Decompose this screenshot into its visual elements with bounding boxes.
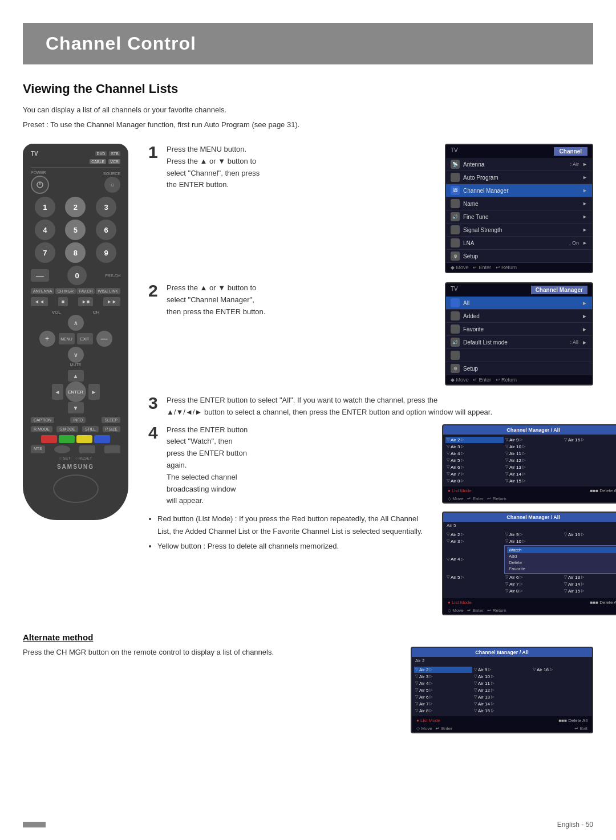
smode-button[interactable]: S.MODE — [56, 426, 78, 432]
ch-list-mode-btn-alt[interactable]: ● List Mode — [416, 718, 440, 723]
extra-buttons: MTS — [31, 445, 120, 453]
ch-list-mode-btn[interactable]: ● List Mode — [448, 488, 472, 493]
step-2-container: 2 Press the ▲ or ▼ button to select "Cha… — [148, 282, 593, 390]
step-4-block: 4 Press the ENTER button select "Watch",… — [148, 424, 433, 508]
num-5-button[interactable]: 5 — [65, 220, 86, 240]
ch2-empty1 — [563, 538, 616, 545]
rmode-button[interactable]: R.MODE — [31, 426, 52, 432]
wise-link-button[interactable]: WISE LINK — [96, 288, 120, 294]
ch-alt-empty2 — [532, 680, 590, 687]
intro-text-1: You can display a list of all channels o… — [23, 104, 593, 116]
cm-row-favorite: Favorite ► — [446, 323, 592, 336]
extra-btn-2[interactable] — [104, 445, 120, 453]
ch-alt-air5: ▽Air 5▷ — [414, 687, 472, 693]
num-8-button[interactable]: 8 — [65, 242, 86, 263]
tv-menu-row-setup: ⚙ Setup — [446, 250, 592, 263]
ch-list-alt-footer: ● List Mode ■■■ Delete All — [412, 716, 592, 725]
antenna-button[interactable]: ANTENNA — [31, 288, 54, 294]
section-title: Viewing the Channel Lists — [23, 82, 593, 96]
ch-alt-air13: ▽Air 13▷ — [473, 694, 531, 700]
remote-vcr-label: VCR — [108, 159, 120, 164]
power-button[interactable] — [31, 176, 49, 194]
dpad-down-button[interactable]: ▼ — [68, 402, 84, 413]
name-label: Name — [463, 201, 579, 207]
tv-menu-header-left: TV — [451, 147, 458, 156]
red-button[interactable] — [41, 435, 57, 443]
step-2-number: 2 — [148, 282, 161, 299]
cm-fav-icon — [451, 324, 460, 334]
step-2-menu: TV Channel Manager All ► Added ► — [442, 282, 593, 390]
yellow-button[interactable] — [76, 435, 92, 443]
antenna-value: : Air — [570, 161, 579, 167]
menu-button[interactable]: MENU — [59, 333, 75, 344]
stop-button[interactable]: ■ — [58, 297, 68, 306]
tv-menu-row-finetune: 🔊 Fine Tune ► — [446, 210, 592, 224]
source-label: SOURCE — [103, 172, 120, 176]
ch-down-button[interactable]: ∨ — [68, 347, 84, 363]
mts-button[interactable]: MTS — [31, 445, 45, 453]
ch-alt-air7: ▽Air 7▷ — [414, 701, 472, 707]
ch-mgr-button[interactable]: CH MGR — [55, 288, 76, 294]
channel-icon — [451, 238, 460, 247]
delete-option[interactable]: Delete — [507, 559, 616, 566]
psize-button[interactable]: P.SIZE — [103, 426, 120, 432]
alternate-method-text: Press the CH MGR button on the remote co… — [23, 647, 399, 659]
ch-delete-all-btn[interactable]: ■■■ Delete All — [590, 488, 616, 493]
ch-air10: ▽Air 10▷ — [504, 444, 562, 450]
autoprog-icon — [451, 173, 460, 182]
cm-setup-label: Setup — [463, 366, 587, 372]
ch2-air7: ▽Air 7▷ — [504, 581, 562, 587]
num-4-button[interactable]: 4 — [35, 220, 55, 240]
play-pause-button[interactable]: ►■ — [78, 297, 93, 306]
ff-button[interactable]: ►► — [103, 297, 120, 306]
vol-up-button[interactable]: + — [39, 331, 55, 347]
favorite-option[interactable]: Favorite — [507, 566, 616, 572]
num-1-button[interactable]: 1 — [35, 197, 55, 217]
green-button[interactable] — [59, 435, 75, 443]
dpad-area: ▲ ◄ ENTER ► ▼ — [31, 370, 120, 413]
dpad-left-button[interactable]: ◄ — [52, 384, 63, 400]
ch-air12: ▽Air 12▷ — [504, 457, 562, 464]
num-6-button[interactable]: 6 — [96, 220, 116, 240]
num-7-button[interactable]: 7 — [35, 242, 55, 263]
page-footer: English - 50 — [23, 821, 593, 829]
circle-button-1[interactable] — [54, 445, 70, 453]
caption-button[interactable]: CAPTION — [31, 417, 54, 423]
step-4-number: 4 — [148, 424, 161, 441]
ch-list-alt-nav: ◇ Move ↵ Enter ↩ Exit — [412, 725, 592, 732]
tv-menu-footer: ◆ Move ↵ Enter ↩ Return — [446, 263, 592, 272]
num-2-button[interactable]: 2 — [65, 197, 86, 217]
transport-row: ◄◄ ■ ►■ ►► — [31, 297, 120, 306]
enter-button[interactable]: ENTER — [66, 382, 86, 402]
ch-up-button[interactable]: ∧ — [68, 315, 84, 331]
cm-added-icon — [451, 311, 460, 320]
dash-button[interactable]: — — [31, 269, 49, 282]
vol-down-button[interactable]: — — [96, 331, 112, 347]
exit-button[interactable]: EXIT — [77, 333, 93, 344]
info-button[interactable]: INFO — [70, 417, 86, 423]
ch-empty2 — [563, 451, 616, 457]
extra-btn-1[interactable] — [79, 445, 95, 453]
source-button[interactable]: ⊙ — [104, 177, 120, 193]
power-label: POWER — [31, 171, 49, 175]
ch2-empty6 — [445, 588, 504, 594]
ch2-empty7 — [445, 595, 504, 596]
num-0-button[interactable]: 0 — [67, 266, 87, 285]
rew-button[interactable]: ◄◄ — [31, 297, 48, 306]
fav-button[interactable]: FAV.CH — [76, 288, 95, 294]
still-button[interactable]: STILL — [82, 426, 99, 432]
ch-delete-all-btn-alt[interactable]: ■■■ Delete All — [558, 718, 587, 723]
sleep-button[interactable]: SLEEP — [102, 417, 120, 423]
ch2-air2: ▽Air 2▷ — [445, 531, 504, 538]
dpad-right-button[interactable]: ► — [88, 384, 100, 400]
blue-button[interactable] — [94, 435, 110, 443]
ch-delete-all-btn-2[interactable]: ■■■ Delete All — [590, 600, 616, 605]
watch-option[interactable]: Watch — [507, 547, 616, 553]
ch-list-mode-btn-2[interactable]: ● List Mode — [448, 600, 472, 605]
num-9-button[interactable]: 9 — [96, 242, 116, 263]
ch-alt-air6: ▽Air 6▷ — [414, 694, 472, 700]
add-option[interactable]: Add — [507, 553, 616, 559]
dpad-up-button[interactable]: ▲ — [68, 370, 84, 382]
num-3-button[interactable]: 3 — [96, 197, 116, 217]
channel-list-1: Channel Manager / All ▽Air 2▷ ▽Air 9▷ ▽A… — [442, 424, 616, 504]
